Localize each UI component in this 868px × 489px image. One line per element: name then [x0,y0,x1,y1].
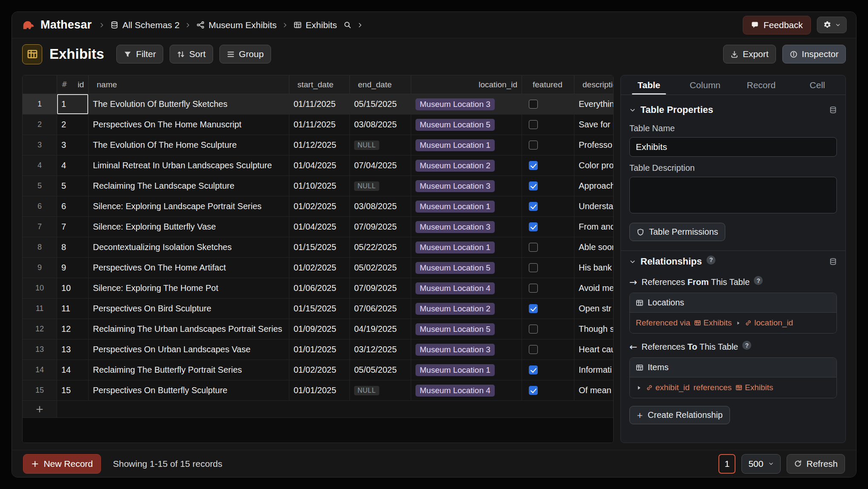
featured-checkbox[interactable] [529,100,538,109]
start-date-cell[interactable]: 01/15/2025 [289,237,350,257]
featured-checkbox[interactable] [529,222,538,231]
featured-cell[interactable] [522,176,574,196]
featured-checkbox[interactable] [529,181,538,190]
exhibits-table-link[interactable]: Exhibits [694,318,732,328]
featured-checkbox[interactable] [529,141,538,150]
end-date-cell[interactable]: 07/04/2025 [350,155,411,175]
name-cell[interactable]: Silence: Exploring Landscape Portrait Se… [89,196,289,216]
sort-button[interactable]: Sort [170,45,213,63]
featured-checkbox[interactable] [529,263,538,272]
row-number-cell[interactable]: 15 [23,380,57,400]
description-cell[interactable]: Of mean [574,380,614,400]
featured-cell[interactable] [522,237,574,257]
row-number-cell[interactable]: 1 [23,94,57,114]
export-button[interactable]: Export [723,45,776,63]
row-number-cell[interactable]: 10 [23,278,57,298]
column-header-description[interactable]: description [574,75,614,94]
start-date-cell[interactable]: 01/04/2025 [289,217,350,237]
expand-caret-icon[interactable] [636,385,642,391]
featured-cell[interactable] [522,339,574,360]
description-cell[interactable]: Color pro [574,155,614,175]
description-cell[interactable]: Informati [574,360,614,380]
location-cell[interactable]: Museum Location 3 [411,217,522,237]
featured-cell[interactable] [522,115,574,135]
name-cell[interactable]: Perspectives On The Home Artifact [89,258,289,278]
description-cell[interactable]: Able soon [574,237,614,257]
id-cell[interactable]: 4 [57,155,89,175]
id-cell[interactable]: 13 [57,339,89,360]
featured-cell[interactable] [522,217,574,237]
featured-checkbox[interactable] [529,120,538,129]
end-date-cell[interactable]: 05/05/2025 [350,360,411,380]
name-cell[interactable]: Perspectives On Butterfly Sculpture [89,380,289,400]
featured-checkbox[interactable] [529,284,538,293]
related-table-locations[interactable]: Locations [630,293,836,312]
page-size-select[interactable]: 500 [741,454,781,474]
row-number-cell[interactable]: 8 [23,237,57,257]
start-date-cell[interactable]: 01/12/2025 [289,135,350,155]
column-header-name[interactable]: name [89,75,289,94]
start-date-cell[interactable]: 01/01/2025 [289,339,350,360]
location-cell[interactable]: Museum Location 1 [411,360,522,380]
description-cell[interactable]: Save for p [574,115,614,135]
start-date-cell[interactable]: 01/02/2025 [289,258,350,278]
name-cell[interactable]: Liminal Retreat In Urban Landscapes Scul… [89,155,289,175]
related-table-items[interactable]: Items [630,358,836,377]
description-cell[interactable]: Open str [574,299,614,319]
start-date-cell[interactable]: 01/06/2025 [289,278,350,298]
settings-button[interactable] [817,17,847,33]
location-cell[interactable]: Museum Location 2 [411,299,522,319]
featured-cell[interactable] [522,155,574,175]
location-cell[interactable]: Museum Location 4 [411,278,522,298]
tab-column[interactable]: Column [677,75,733,95]
featured-checkbox[interactable] [529,345,538,354]
name-cell[interactable]: Perspectives On Urban Landscapes Vase [89,339,289,360]
row-number-cell[interactable]: 11 [23,299,57,319]
row-number-cell[interactable]: 6 [23,196,57,216]
end-date-cell[interactable]: 07/09/2025 [350,278,411,298]
table-name-input[interactable] [629,137,837,157]
description-cell[interactable]: Everythin [574,94,614,114]
start-date-cell[interactable]: 01/02/2025 [289,360,350,380]
end-date-cell[interactable]: 05/15/2025 [350,94,411,114]
row-number-cell[interactable]: 13 [23,339,57,360]
location-cell[interactable]: Museum Location 5 [411,115,522,135]
name-cell[interactable]: Decontextualizing Isolation Sketches [89,237,289,257]
name-cell[interactable]: Perspectives On The Home Manuscript [89,115,289,135]
location-id-column-link[interactable]: location_id [745,318,793,328]
table-properties-header[interactable]: Table Properties [629,101,837,117]
featured-checkbox[interactable] [529,202,538,211]
start-date-cell[interactable]: 01/11/2025 [289,115,350,135]
group-button[interactable]: Group [219,45,271,63]
row-number-cell[interactable]: 7 [23,217,57,237]
id-cell[interactable]: 15 [57,380,89,400]
id-cell[interactable]: 3 [57,135,89,155]
breadcrumb-schema-museum-exhibits[interactable]: Museum Exhibits [196,20,277,30]
column-header-location_id[interactable]: location_id [411,75,522,94]
description-cell[interactable]: Though s [574,319,614,339]
featured-checkbox[interactable] [529,386,538,395]
exhibits-table-link[interactable]: Exhibits [735,383,773,392]
featured-cell[interactable] [522,319,574,339]
new-record-button[interactable]: + New Record [23,454,101,474]
location-cell[interactable]: Museum Location 3 [411,176,522,196]
id-cell[interactable]: 7 [57,217,89,237]
help-icon[interactable]: ? [707,256,715,265]
page-1-button[interactable]: 1 [718,454,735,474]
row-number-cell[interactable]: 4 [23,155,57,175]
featured-cell[interactable] [522,360,574,380]
end-date-cell[interactable]: 03/12/2025 [350,339,411,360]
row-number-cell[interactable]: 12 [23,319,57,339]
inspector-button[interactable]: Inspector [782,45,846,63]
start-date-cell[interactable]: 01/15/2025 [289,299,350,319]
tab-record[interactable]: Record [733,75,790,95]
end-date-cell[interactable]: 05/02/2025 [350,258,411,278]
id-cell[interactable]: 9 [57,258,89,278]
column-header-end_date[interactable]: end_date [350,75,411,94]
end-date-cell[interactable]: 03/08/2025 [350,115,411,135]
end-date-cell[interactable]: 05/22/2025 [350,237,411,257]
location-cell[interactable]: Museum Location 1 [411,196,522,216]
location-cell[interactable]: Museum Location 5 [411,319,522,339]
start-date-cell[interactable]: 01/10/2025 [289,176,350,196]
location-cell[interactable]: Museum Location 3 [411,94,522,114]
